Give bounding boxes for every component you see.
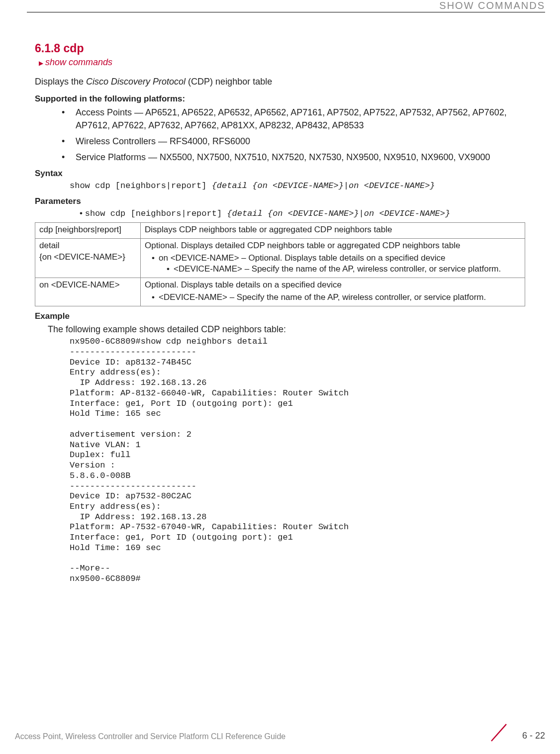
list-item: Wireless Controllers — RFS4000, RFS6000 bbox=[62, 135, 525, 148]
example-output: nx9500-6C8809#show cdp neighbors detail … bbox=[70, 337, 525, 584]
param-desc: Optional. Displays table details on a sp… bbox=[145, 280, 342, 289]
page-body: 6.1.8 cdp ▶show commands Displays the Ci… bbox=[0, 0, 560, 584]
lead-paragraph: Displays the Cisco Discovery Protocol (C… bbox=[35, 77, 525, 87]
lead-after: (CDP) neighbor table bbox=[186, 77, 272, 87]
breadcrumb-text: show commands bbox=[45, 57, 112, 67]
top-rule bbox=[27, 12, 545, 12]
syntax-plain: show cdp [neighbors|report] bbox=[70, 181, 212, 190]
param-line-plain: show cdp [neighbors|report] bbox=[85, 209, 227, 218]
param-key: detail {on <DEVICE-NAME>} bbox=[35, 238, 141, 278]
table-row: cdp [neighbors|report] Displays CDP neig… bbox=[35, 222, 525, 238]
example-heading: Example bbox=[35, 311, 525, 321]
param-line-ital: {detail {on <DEVICE-NAME>}|on <DEVICE-NA… bbox=[227, 209, 450, 218]
param-desc-cell: Optional. Displays table details on a sp… bbox=[141, 278, 525, 306]
section-title: 6.1.8 cdp bbox=[35, 42, 525, 55]
parameters-heading: Parameters bbox=[35, 196, 525, 206]
parameters-line: show cdp [neighbors|report] {detail {on … bbox=[80, 208, 525, 218]
running-head: SHOW COMMANDS bbox=[439, 0, 545, 11]
param-key: cdp [neighbors|report] bbox=[35, 222, 141, 238]
table-row: on <DEVICE-NAME> Optional. Displays tabl… bbox=[35, 278, 525, 306]
platforms-list: Access Points — AP6521, AP6522, AP6532, … bbox=[35, 106, 525, 164]
list-item: Service Platforms — NX5500, NX7500, NX75… bbox=[62, 151, 525, 164]
syntax-line: show cdp [neighbors|report] {detail {on … bbox=[70, 181, 525, 191]
list-item: Access Points — AP6521, AP6522, AP6532, … bbox=[62, 106, 525, 132]
param-sub: <DEVICE-NAME> – Specify the name of the … bbox=[152, 292, 521, 303]
syntax-ital: {detail {on <DEVICE-NAME>}|on <DEVICE-NA… bbox=[212, 181, 435, 190]
param-sub-text: on <DEVICE-NAME> – Optional. Displays ta… bbox=[159, 253, 445, 263]
table-row: detail {on <DEVICE-NAME>} Optional. Disp… bbox=[35, 238, 525, 278]
footer-text: Access Point, Wireless Controller and Se… bbox=[15, 732, 285, 741]
svg-line-0 bbox=[491, 724, 506, 741]
parameters-table: cdp [neighbors|report] Displays CDP neig… bbox=[35, 222, 525, 307]
param-sub-sub: <DEVICE-NAME> – Specify the name of the … bbox=[167, 264, 521, 275]
platforms-heading: Supported in the following platforms: bbox=[35, 94, 525, 104]
footer-page-number: 6 - 22 bbox=[522, 731, 545, 741]
breadcrumb-row: ▶show commands bbox=[39, 57, 525, 68]
param-desc: Displays CDP neighbors table or aggregat… bbox=[141, 222, 525, 238]
lead-before: Displays the bbox=[35, 77, 86, 87]
param-desc-cell: Optional. Displays detailed CDP neighbor… bbox=[141, 238, 525, 278]
page-footer: Access Point, Wireless Controller and Se… bbox=[15, 726, 545, 741]
lead-em: Cisco Discovery Protocol bbox=[86, 77, 186, 87]
example-lead: The following example shows detailed CDP… bbox=[48, 324, 525, 335]
param-key: on <DEVICE-NAME> bbox=[35, 278, 141, 306]
footer-slash-icon bbox=[488, 722, 509, 743]
arrow-icon: ▶ bbox=[39, 60, 43, 67]
syntax-heading: Syntax bbox=[35, 169, 525, 179]
param-sub: on <DEVICE-NAME> – Optional. Displays ta… bbox=[152, 253, 521, 276]
param-desc: Optional. Displays detailed CDP neighbor… bbox=[145, 241, 460, 250]
